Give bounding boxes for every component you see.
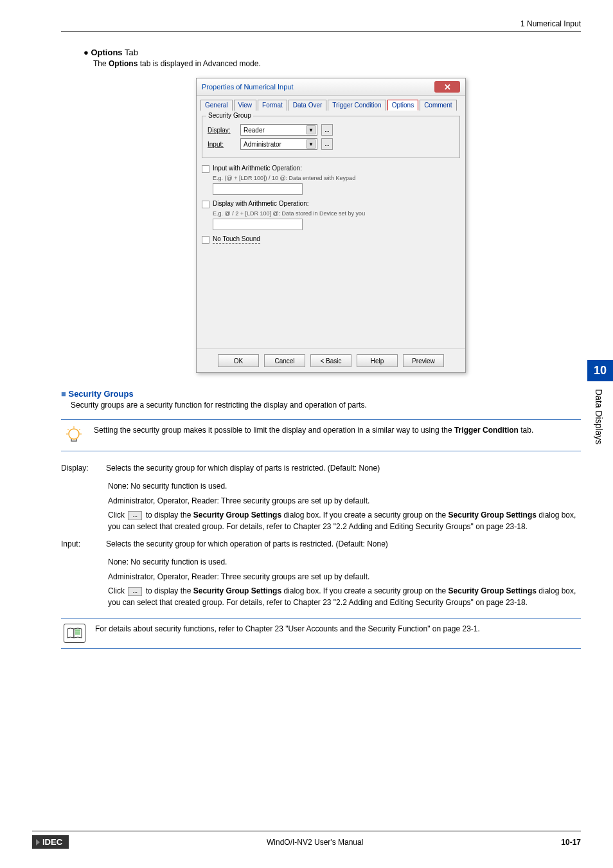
chevron-down-icon[interactable]: ▼ <box>306 140 315 149</box>
display-details: None: No security function is used. Admi… <box>108 481 581 532</box>
no-touch-sound-checkbox[interactable] <box>202 236 209 244</box>
options-tab-subtitle: The Options tab is displayed in Advanced… <box>93 59 581 68</box>
options-title-suffix: Tab <box>123 48 138 57</box>
display-arith-checkbox-row: Display with Arithmetic Operation: <box>202 200 460 208</box>
input-arith-checkbox-row: Input with Arithmetic Operation: <box>202 165 460 173</box>
tab-format[interactable]: Format <box>258 100 287 111</box>
display-arith-eg: E.g. @ / 2 + [LDR 100] @: Data stored in… <box>213 210 460 217</box>
tip-post: tab. <box>519 426 533 435</box>
display-arith-label: Display with Arithmetic Operation: <box>213 200 309 207</box>
cancel-button[interactable]: Cancel <box>264 354 305 367</box>
dialog-titlebar[interactable]: Properties of Numerical Input ✕ <box>197 78 465 96</box>
d-click-mid1: to display the <box>143 511 193 520</box>
svg-point-0 <box>69 429 79 439</box>
page-number: 10-17 <box>561 838 581 847</box>
input-line1: Selects the security group for which ope… <box>106 539 581 550</box>
reference-box: For details about security functions, re… <box>61 618 581 649</box>
chapter-label: Data Displays <box>587 381 610 452</box>
tab-view[interactable]: View <box>234 100 257 111</box>
d-sgs2: Security Group Settings <box>449 511 537 520</box>
display-none-line: None: No security function is used. <box>108 481 581 492</box>
reference-text: For details about security functions, re… <box>95 624 581 635</box>
security-group-legend: Security Group <box>206 112 253 119</box>
tab-data-over[interactable]: Data Over <box>289 100 327 111</box>
input-label: Input: <box>208 141 236 148</box>
input-browse-button[interactable]: ... <box>321 138 333 150</box>
i-click-pre: Click <box>108 586 127 595</box>
no-touch-sound-row: No Touch Sound <box>202 235 460 244</box>
display-browse-button[interactable]: ... <box>321 124 333 136</box>
d-click-mid2: dialog box. If you create a security gro… <box>281 511 449 520</box>
lightbulb-icon <box>64 425 84 446</box>
input-dropdown[interactable]: Administrator ▼ <box>240 138 317 150</box>
tab-trigger-condition[interactable]: Trigger Condition <box>328 100 386 111</box>
tip-pre: Setting the security group makes it poss… <box>94 426 454 435</box>
tab-comment[interactable]: Comment <box>420 100 456 111</box>
display-line1: Selects the security group for which dis… <box>106 463 581 474</box>
no-touch-sound-label: No Touch Sound <box>213 235 260 244</box>
security-group-fieldset: Security Group Display: Reader ▼ ... Inp… <box>202 116 460 158</box>
input-arith-field[interactable] <box>213 183 303 195</box>
idec-logo: IDEC <box>32 835 69 849</box>
dialog-body: Security Group Display: Reader ▼ ... Inp… <box>197 111 465 348</box>
chapter-number: 10 <box>587 360 613 381</box>
browse-button-icon[interactable]: ... <box>128 587 142 596</box>
tip-box: Setting the security group makes it poss… <box>61 419 581 451</box>
dialog-tabs: General View Format Data Over Trigger Co… <box>197 96 465 111</box>
display-value: Reader <box>244 127 265 134</box>
d-click-pre: Click <box>108 511 127 520</box>
display-admin-line: Administrator, Operator, Reader: Three s… <box>108 496 581 507</box>
display-label: Display: <box>208 127 236 134</box>
input-arith-checkbox[interactable] <box>202 165 209 173</box>
preview-button[interactable]: Preview <box>403 354 444 367</box>
i-sgs2: Security Group Settings <box>449 586 537 595</box>
input-details: None: No security function is used. Admi… <box>108 557 581 608</box>
security-groups-heading: Security Groups <box>61 389 581 399</box>
browse-button-icon[interactable]: ... <box>128 511 142 520</box>
display-click-line: Click ... to display the Security Group … <box>108 510 581 532</box>
display-dropdown[interactable]: Reader ▼ <box>240 124 317 136</box>
dialog-title: Properties of Numerical Input <box>202 83 293 91</box>
tip-bold: Trigger Condition <box>454 426 519 435</box>
options-tab-title: ● Options Tab <box>84 48 581 57</box>
page-footer: IDEC WindO/I-NV2 User's Manual 10-17 <box>32 831 581 849</box>
footer-center: WindO/I-NV2 User's Manual <box>267 838 363 847</box>
input-value: Administrator <box>244 141 281 148</box>
close-icon[interactable]: ✕ <box>434 81 460 93</box>
tip-text: Setting the security group makes it poss… <box>94 425 581 436</box>
input-arith-label: Input with Arithmetic Operation: <box>213 165 302 172</box>
chapter-side-tab: 10 Data Displays <box>587 360 613 452</box>
basic-button[interactable]: < Basic <box>310 354 351 367</box>
input-admin-line: Administrator, Operator, Reader: Three s… <box>108 572 581 583</box>
page-header: 1 Numerical Input <box>61 19 581 32</box>
book-icon <box>64 624 85 643</box>
input-none-line: None: No security function is used. <box>108 557 581 568</box>
chevron-down-icon[interactable]: ▼ <box>306 125 315 134</box>
input-click-line: Click ... to display the Security Group … <box>108 586 581 608</box>
ok-button[interactable]: OK <box>218 354 259 367</box>
i-click-mid1: to display the <box>143 586 193 595</box>
subtitle-pre: The <box>93 59 109 68</box>
svg-line-2 <box>67 429 69 430</box>
d-sgs1: Security Group Settings <box>193 511 281 520</box>
display-arith-field[interactable] <box>213 219 303 230</box>
dialog-button-bar: OK Cancel < Basic Help Preview <box>197 348 465 372</box>
input-arith-eg: E.g. (@ + [LDR 100]) / 10 @: Data entere… <box>213 175 460 181</box>
header-right-text: 1 Numerical Input <box>520 19 581 28</box>
i-sgs1: Security Group Settings <box>193 586 281 595</box>
display-arith-checkbox[interactable] <box>202 201 209 208</box>
tab-options[interactable]: Options <box>387 100 418 111</box>
security-groups-intro: Security groups are a security function … <box>71 401 581 410</box>
svg-line-3 <box>79 429 80 430</box>
input-definition: Input: Selects the security group for wh… <box>61 539 581 553</box>
properties-dialog: Properties of Numerical Input ✕ General … <box>196 78 466 373</box>
subtitle-post: tab is displayed in Advanced mode. <box>138 59 260 68</box>
subtitle-bold: Options <box>109 59 138 68</box>
display-definition: Display: Selects the security group for … <box>61 463 581 477</box>
help-button[interactable]: Help <box>357 354 398 367</box>
bullet-icon: ● <box>84 48 91 57</box>
input-term: Input: <box>61 539 100 553</box>
display-term: Display: <box>61 463 100 477</box>
tab-general[interactable]: General <box>200 100 233 111</box>
i-click-mid2: dialog box. If you create a security gro… <box>281 586 449 595</box>
